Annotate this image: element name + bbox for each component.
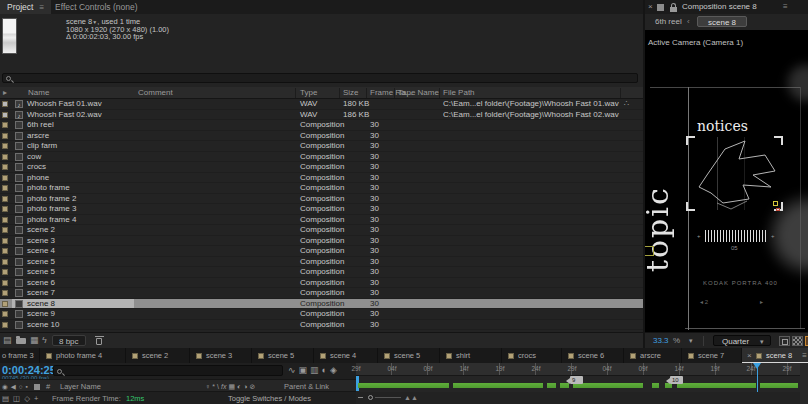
breadcrumb-current[interactable]: scene 8 [697,16,747,27]
expand-transfer-icon[interactable]: ◇ [24,393,30,404]
audio-speaker-icon[interactable]: ◀ [11,380,16,393]
label-color-chip[interactable] [2,143,8,149]
anchor-point-handle[interactable] [773,201,778,206]
new-composition-icon[interactable]: ▦ [30,335,39,345]
zoom-out-icon[interactable] [358,397,363,398]
layer-duration-bar[interactable] [652,383,659,388]
composition-tab-title[interactable]: Composition scene 8 [682,0,757,14]
column-type[interactable]: Type [300,87,317,99]
project-row[interactable]: scene 6Composition30 [0,278,643,289]
mini-flowchart-icon[interactable]: ∿ [288,365,296,375]
toggle-switches-modes-button[interactable]: Toggle Switches / Modes [228,393,311,404]
graph-editor-icon[interactable]: ◈ [330,365,337,375]
label-color-chip[interactable] [2,280,8,286]
tab-project[interactable]: Project≡ [0,0,51,14]
project-row[interactable]: scene 7Composition30 [0,288,643,299]
column-size[interactable]: Size [343,87,359,99]
project-row[interactable]: scene 5Composition30 [0,257,643,268]
new-folder-icon[interactable] [16,338,26,344]
layer-duration-bar[interactable] [358,383,449,388]
label-color-chip[interactable] [2,217,8,223]
label-color-chip[interactable] [2,175,8,181]
3d-col-icon[interactable]: ⊘ [249,380,255,393]
lock-icon[interactable] [670,7,677,12]
chevron-down-icon[interactable]: ▾ [689,333,693,349]
timeline-zoom-control[interactable]: ▲▲ [358,394,428,404]
project-row[interactable]: photo frame 4Composition30 [0,215,643,226]
timeline-tab-scene-7[interactable]: scene 7 [682,348,742,363]
timeline-tab-photo-frame-4[interactable]: photo frame 4 [40,348,126,363]
adjust-icon[interactable]: ϟ [42,335,47,345]
project-row[interactable]: scene 5Composition30 [0,267,643,278]
timeline-tab-scene-2[interactable]: scene 2 [126,348,190,363]
video-eye-icon[interactable]: ◉ [2,380,8,393]
column-file-path[interactable]: File Path [443,87,475,99]
delete-trash-icon[interactable] [96,338,102,345]
label-color-chip[interactable] [2,311,8,317]
project-row[interactable]: phoneComposition30 [0,173,643,184]
playhead-line[interactable] [757,363,758,392]
frame-blend-icon[interactable]: ▥ [310,365,319,375]
column-name[interactable]: Name [28,87,49,99]
project-row[interactable]: cowComposition30 [0,152,643,163]
project-row[interactable]: photo frameComposition30 [0,183,643,194]
label-color-chip[interactable] [2,101,8,107]
timeline-tab-scene-8[interactable]: ×scene 8≡ [742,348,808,363]
quality-icon[interactable]: \ [217,380,219,393]
motion-blur-col-icon[interactable]: ◐ [237,380,241,393]
breadcrumb-parent[interactable]: 6th reel [655,14,682,30]
timeline-tab-o-frame-3[interactable]: o frame 3 [0,348,40,363]
label-color-chip[interactable] [2,269,8,275]
timeline-search-input[interactable] [53,365,283,376]
project-row[interactable]: photo frame 3Composition30 [0,204,643,215]
region-of-interest-icon[interactable] [779,336,790,346]
project-row[interactable]: scene 10Composition30 [0,320,643,331]
layer-duration-bar[interactable] [547,383,556,388]
project-row[interactable]: scene 8Composition30 [0,299,643,310]
tab-effect-controls[interactable]: Effect Controls (none) [48,0,145,14]
motion-blur-icon[interactable]: ◐ [322,365,327,375]
layer-duration-bar[interactable] [573,383,643,388]
expand-shy-icon[interactable]: ◫ [13,393,20,404]
zoom-slider-knob[interactable] [368,395,373,400]
interpret-footage-icon[interactable]: ▤ [3,335,12,345]
panel-menu-icon[interactable]: ≡ [39,3,44,12]
label-color-chip[interactable] [2,154,8,160]
draft-3d-icon[interactable]: ▣ [299,365,308,375]
frame-blend-col-icon[interactable]: ▦ [228,380,235,393]
layer-bar-strip[interactable]: 910 [356,376,808,392]
project-search-input[interactable] [2,73,638,83]
label-color-chip[interactable] [2,290,8,296]
collapse-icon[interactable]: * [212,380,215,393]
composition-view[interactable]: Active Camera (Camera 1) topic notices [645,30,808,332]
timeline-tab-scene-5[interactable]: scene 5 [378,348,440,363]
timeline-tab-scene-6[interactable]: scene 6 [562,348,624,363]
resolution-dropdown[interactable]: Quarter ▾ [713,335,771,346]
project-row[interactable]: scene 9Composition30 [0,309,643,320]
layer-selection-box[interactable] [687,137,782,210]
project-row[interactable]: arscreComposition30 [0,131,643,142]
project-row[interactable]: 6th reelComposition30 [0,120,643,131]
layer-duration-bar[interactable] [677,383,756,388]
parent-link-header[interactable]: Parent & Link [284,380,329,393]
label-color-chip[interactable] [2,206,8,212]
column-tape-name[interactable]: Tape Name [398,87,439,99]
layer-name-header[interactable]: Layer Name [60,380,101,393]
label-color-chip[interactable] [2,227,8,233]
timeline-tab-scene-5[interactable]: scene 5 [252,348,314,363]
color-depth-button[interactable]: 8 bpc [52,335,86,346]
adjustment-col-icon[interactable]: ◑ [243,380,247,393]
layer-duration-bar[interactable] [453,383,543,388]
time-ruler[interactable]: 29f04f09f14f19f24f29f04f09f14f19f24f29f [356,363,808,376]
timeline-tab-arscre[interactable]: arscre [624,348,682,363]
label-color-chip[interactable] [2,122,8,128]
label-color-chip[interactable] [2,238,8,244]
timeline-scrollbar[interactable] [800,363,808,404]
timeline-tab-crocs[interactable]: crocs [502,348,562,363]
effects-fx-icon[interactable]: fx [221,380,226,393]
timeline-tab-shirt[interactable]: shirt [440,348,502,363]
project-row[interactable]: clip farmComposition30 [0,141,643,152]
panel-menu-icon[interactable]: ≡ [783,0,788,14]
project-row[interactable]: ♪Whoosh Fast 02.wavWAV186 KBC:\Eam...el … [0,110,643,121]
project-row[interactable]: photo frame 2Composition30 [0,194,643,205]
